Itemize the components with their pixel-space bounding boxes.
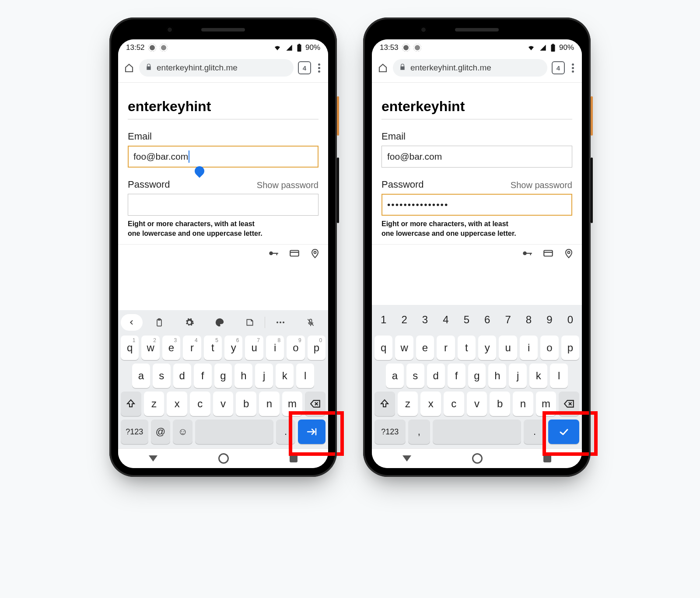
address-bar[interactable]: enterkeyhint.glitch.me — [393, 59, 547, 77]
password-key-icon[interactable] — [268, 248, 279, 261]
key-3[interactable]: 3 — [416, 308, 434, 332]
key-t[interactable]: t — [458, 336, 476, 360]
symbols-key[interactable]: ?123 — [374, 420, 406, 444]
key-t[interactable]: t5 — [204, 336, 222, 360]
spacebar-key[interactable] — [195, 420, 273, 444]
key-extra1[interactable]: , — [408, 420, 430, 444]
kb-more-icon[interactable] — [265, 321, 295, 324]
key-f[interactable]: f — [194, 364, 212, 388]
key-9[interactable]: 9 — [540, 308, 558, 332]
key-s[interactable]: s — [406, 364, 424, 388]
enter-key-next[interactable] — [298, 420, 326, 444]
key-8[interactable]: 8 — [520, 308, 538, 332]
key-d[interactable]: d — [427, 364, 445, 388]
kb-mic-icon[interactable] — [295, 318, 326, 327]
overflow-menu-icon[interactable] — [569, 63, 577, 73]
emoji-key[interactable]: ☺ — [173, 420, 192, 444]
key-i[interactable]: i — [520, 336, 538, 360]
password-field[interactable]: ••••••••••••••• — [382, 194, 572, 216]
nav-back[interactable] — [402, 455, 411, 462]
key-extra1[interactable]: @ — [151, 420, 171, 444]
key-q[interactable]: q1 — [121, 336, 139, 360]
key-k[interactable]: k — [529, 364, 547, 388]
key-0[interactable]: 0 — [561, 308, 579, 332]
key-6[interactable]: 6 — [478, 308, 496, 332]
payment-card-icon[interactable] — [542, 248, 554, 261]
key-z[interactable]: z — [398, 392, 418, 416]
address-bar[interactable]: enterkeyhint.glitch.me — [139, 59, 294, 77]
key-j[interactable]: j — [255, 364, 273, 388]
home-button[interactable] — [377, 63, 388, 73]
key-7[interactable]: 7 — [499, 308, 517, 332]
key-c[interactable]: c — [190, 392, 210, 416]
kb-settings-icon[interactable] — [175, 318, 205, 327]
key-o[interactable]: o9 — [287, 336, 304, 360]
key-e[interactable]: e3 — [162, 336, 180, 360]
key-u[interactable]: u7 — [245, 336, 263, 360]
address-pin-icon[interactable] — [564, 248, 574, 260]
key-v[interactable]: v — [467, 392, 487, 416]
key-p[interactable]: p — [561, 336, 579, 360]
key-e[interactable]: e — [416, 336, 434, 360]
key-b[interactable]: b — [236, 392, 256, 416]
key-h[interactable]: h — [234, 364, 252, 388]
key-x[interactable]: x — [167, 392, 187, 416]
key-j[interactable]: j — [509, 364, 527, 388]
key-k[interactable]: k — [276, 364, 294, 388]
email-field[interactable]: foo@bar.com — [382, 146, 572, 168]
key-b[interactable]: b — [490, 392, 510, 416]
email-field[interactable]: foo@bar.com — [128, 146, 318, 168]
tab-switcher[interactable]: 4 — [298, 61, 311, 74]
key-i[interactable]: i8 — [266, 336, 284, 360]
key-m[interactable]: m — [536, 392, 556, 416]
key-v[interactable]: v — [213, 392, 234, 416]
key-g[interactable]: g — [468, 364, 486, 388]
key-r[interactable]: r — [437, 336, 455, 360]
key-f[interactable]: f — [448, 364, 466, 388]
key-w[interactable]: w2 — [141, 336, 159, 360]
key-4[interactable]: 4 — [437, 308, 455, 332]
key-d[interactable]: d — [173, 364, 191, 388]
key-a[interactable]: a — [132, 364, 150, 388]
key-dot[interactable]: . — [276, 420, 296, 444]
enter-key-done[interactable] — [548, 420, 579, 444]
nav-home[interactable] — [472, 453, 483, 464]
show-password-toggle[interactable]: Show password — [511, 180, 572, 190]
kb-theme-icon[interactable] — [205, 318, 235, 327]
key-y[interactable]: y6 — [224, 336, 242, 360]
tab-switcher[interactable]: 4 — [552, 61, 565, 74]
shift-key[interactable] — [121, 392, 141, 416]
home-button[interactable] — [123, 63, 135, 73]
key-w[interactable]: w — [395, 336, 413, 360]
key-l[interactable]: l — [550, 364, 568, 388]
key-a[interactable]: a — [386, 364, 404, 388]
show-password-toggle[interactable]: Show password — [257, 180, 318, 190]
backspace-key[interactable] — [305, 392, 326, 416]
key-u[interactable]: u — [499, 336, 517, 360]
password-field[interactable] — [128, 194, 318, 216]
backspace-key[interactable] — [559, 392, 579, 416]
key-s[interactable]: s — [153, 364, 171, 388]
key-p[interactable]: p0 — [308, 336, 326, 360]
password-key-icon[interactable] — [522, 248, 533, 261]
address-pin-icon[interactable] — [310, 248, 320, 260]
overflow-menu-icon[interactable] — [315, 63, 323, 73]
key-o[interactable]: o — [540, 336, 558, 360]
key-1[interactable]: 1 — [374, 308, 392, 332]
key-g[interactable]: g — [214, 364, 232, 388]
key-y[interactable]: y — [478, 336, 496, 360]
key-q[interactable]: q — [374, 336, 392, 360]
key-dot[interactable]: . — [524, 420, 546, 444]
kb-sticker-icon[interactable] — [234, 318, 265, 327]
nav-back[interactable] — [149, 455, 158, 462]
key-c[interactable]: c — [444, 392, 464, 416]
key-h[interactable]: h — [488, 364, 506, 388]
key-n[interactable]: n — [259, 392, 280, 416]
payment-card-icon[interactable] — [289, 248, 300, 261]
nav-recents[interactable] — [543, 455, 551, 462]
key-n[interactable]: n — [513, 392, 533, 416]
key-l[interactable]: l — [296, 364, 314, 388]
nav-home[interactable] — [218, 453, 229, 464]
key-z[interactable]: z — [144, 392, 164, 416]
nav-recents[interactable] — [290, 455, 298, 462]
